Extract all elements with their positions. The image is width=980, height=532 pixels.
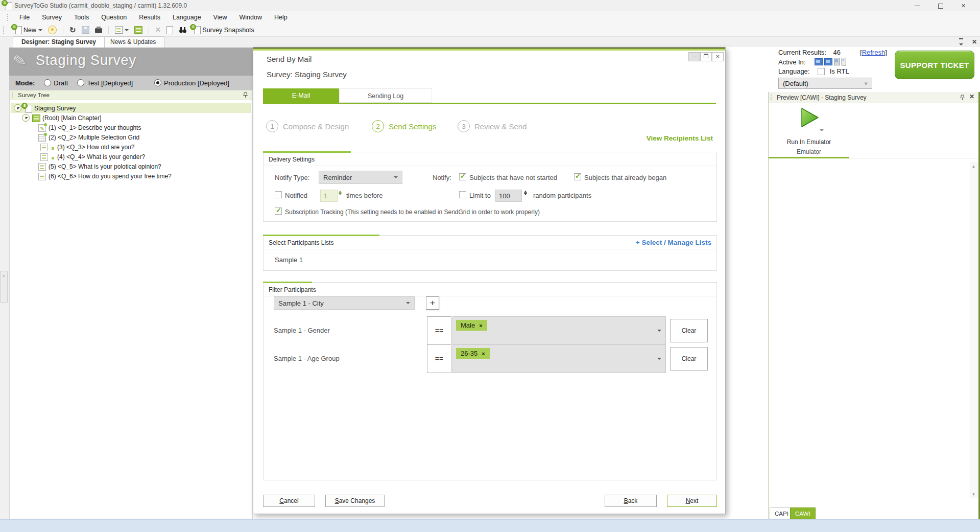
scroll-up-icon[interactable]: ▲ <box>972 164 976 169</box>
refresh-icon: ↻ <box>69 26 76 34</box>
find-button[interactable] <box>178 25 188 36</box>
menu-tools[interactable]: Tools <box>68 11 95 24</box>
scroll-down-icon[interactable]: ▼ <box>972 492 976 497</box>
refresh-button[interactable]: ↻ <box>68 25 77 36</box>
survey-snapshots-button[interactable]: S Survey Snapshots <box>192 25 255 36</box>
filter-value-field[interactable]: Male × <box>452 316 666 345</box>
tree-question-6[interactable]: (6) <Q_6> How do you spend your free tim… <box>10 171 172 181</box>
close-tab-icon[interactable]: ✕ <box>972 38 977 45</box>
new-page-button[interactable] <box>165 25 174 36</box>
not-started-checkbox[interactable] <box>459 173 466 180</box>
menu-file[interactable]: File <box>13 11 36 24</box>
clear-filter-button[interactable]: Clear <box>670 319 708 342</box>
pin-icon[interactable] <box>960 95 965 101</box>
tree-question-1[interactable]: (1) <Q_1> Describe your thoughts <box>10 123 141 132</box>
menu-results[interactable]: Results <box>133 11 166 24</box>
tab-list-icon[interactable] <box>959 38 963 47</box>
remove-tag-icon[interactable]: × <box>482 351 485 357</box>
mode-production-radio[interactable]: Production [Deployed] <box>154 79 229 87</box>
view-recipients-link[interactable]: View Recipients List <box>647 134 713 142</box>
tab-cawi[interactable]: CAWI <box>790 507 816 519</box>
tab-news-updates[interactable]: News & Updates <box>102 36 164 48</box>
menu-view[interactable]: View <box>207 11 233 24</box>
tree-expander-icon[interactable] <box>14 104 21 112</box>
menu-question[interactable]: Question <box>95 11 133 24</box>
section-accent-bar <box>263 282 312 283</box>
already-began-checkbox[interactable] <box>574 173 581 180</box>
next-button[interactable]: Next <box>667 495 717 507</box>
back-button[interactable]: Back <box>605 495 657 507</box>
print-button[interactable] <box>94 25 103 36</box>
filter-operator[interactable]: == <box>427 316 451 345</box>
mode-test-radio[interactable]: Test [Deployed] <box>77 79 133 87</box>
preview-scrollbar[interactable]: ▲ ▼ <box>970 163 977 498</box>
preview-title: Preview [CAWI] - Staging Survey <box>777 94 867 101</box>
tree-question-5[interactable]: (5) <Q_5> What is your polotical opinion… <box>10 161 161 171</box>
notified-count-input[interactable]: 1 <box>320 190 338 202</box>
collapsed-panel-toggle[interactable]: › <box>0 271 8 303</box>
new-survey-button[interactable]: S New <box>13 25 43 36</box>
mode-draft-radio[interactable]: Draft <box>44 79 68 87</box>
clear-filter-button[interactable]: Clear <box>670 347 708 371</box>
dialog-minimize-button[interactable] <box>688 52 700 61</box>
chapter-view-button[interactable] <box>133 25 144 36</box>
limit-spinner[interactable] <box>524 191 527 195</box>
tree-question-3[interactable]: (3) <Q_3> How old are you? <box>10 142 134 152</box>
pin-icon[interactable] <box>243 92 248 98</box>
notified-checkbox[interactable] <box>275 191 282 198</box>
dialog-maximize-button[interactable] <box>700 52 712 61</box>
tree-question-2[interactable]: (2) <Q_2> Multiple Selection Grid <box>10 132 139 142</box>
panel-grip <box>12 92 15 98</box>
run-options-caret[interactable] <box>820 129 824 131</box>
tab-designer[interactable]: Designer: Staging Survey <box>13 36 105 48</box>
step-review-send[interactable]: 3 Review & Send <box>458 120 527 132</box>
remove-tag-icon[interactable]: × <box>479 322 482 329</box>
dialog-title: Send By Mail <box>267 55 312 63</box>
limit-count-input[interactable]: 100 <box>495 190 522 202</box>
restore-button[interactable] <box>929 0 952 11</box>
new-dropdown-caret[interactable] <box>38 29 42 31</box>
notify-type-dropdown[interactable]: Reminder <box>319 171 402 184</box>
filter-operator[interactable]: == <box>427 344 451 373</box>
view-options-caret[interactable] <box>125 29 129 31</box>
filter-participants-box: Filter Participants Sample 1 - City + Sa… <box>263 282 717 480</box>
is-rtl-checkbox[interactable] <box>818 68 825 75</box>
tab-sending-log[interactable]: Sending Log <box>339 88 432 103</box>
tree-question-4[interactable]: (4) <Q_4> What is your gender? <box>10 152 145 161</box>
notified-spinner[interactable] <box>339 191 342 195</box>
group-accent-bar <box>769 157 849 158</box>
favorites-button[interactable]: ★ <box>47 25 58 36</box>
language-dropdown[interactable]: (Default) ˅ <box>778 78 872 89</box>
dialog-close-button[interactable]: ✕ <box>712 52 724 61</box>
save-changes-button[interactable]: Save Changes <box>325 495 385 507</box>
minimize-button[interactable] <box>905 0 928 11</box>
menu-window[interactable]: Window <box>233 11 268 24</box>
run-in-emulator-button[interactable]: Run In Emulator Emulator <box>769 103 849 158</box>
chevron-down-icon <box>394 176 398 178</box>
radio-icon <box>77 79 84 86</box>
menu-survey[interactable]: Survey <box>36 11 68 24</box>
delete-button[interactable]: ✕ <box>154 25 162 36</box>
tree-root-node[interactable]: S Staging Survey <box>11 103 251 113</box>
step-compose-design[interactable]: 1 Compose & Design <box>266 120 349 132</box>
dialog-survey-label: Survey: Staging Survey <box>267 70 347 79</box>
step-send-settings[interactable]: 2 Send Settings <box>372 120 436 132</box>
save-button[interactable] <box>81 25 90 36</box>
view-options-button[interactable] <box>114 25 130 36</box>
filter-field-dropdown[interactable]: Sample 1 - City <box>274 296 415 310</box>
tree-chapter-node[interactable]: (Root) [Main Chapter] <box>10 113 101 123</box>
subscription-tracking-checkbox[interactable] <box>275 207 282 215</box>
limit-checkbox[interactable] <box>459 191 466 198</box>
add-filter-button[interactable]: + <box>426 296 439 310</box>
select-manage-lists-link[interactable]: + Select / Manage Lists <box>636 239 711 246</box>
refresh-link[interactable]: Refresh <box>862 49 886 56</box>
tree-expander-icon[interactable] <box>22 114 30 122</box>
tab-email[interactable]: E-Mail <box>263 88 339 103</box>
filter-value-field[interactable]: 26-35 × <box>452 344 666 373</box>
support-ticket-button[interactable]: SUPPORT TICKET <box>895 51 974 79</box>
cancel-button[interactable]: Cancel <box>263 495 315 507</box>
close-button[interactable]: × <box>952 0 975 11</box>
menu-help[interactable]: Help <box>268 11 294 24</box>
close-panel-icon[interactable]: ✕ <box>969 93 974 100</box>
menu-language[interactable]: Language <box>166 11 207 24</box>
